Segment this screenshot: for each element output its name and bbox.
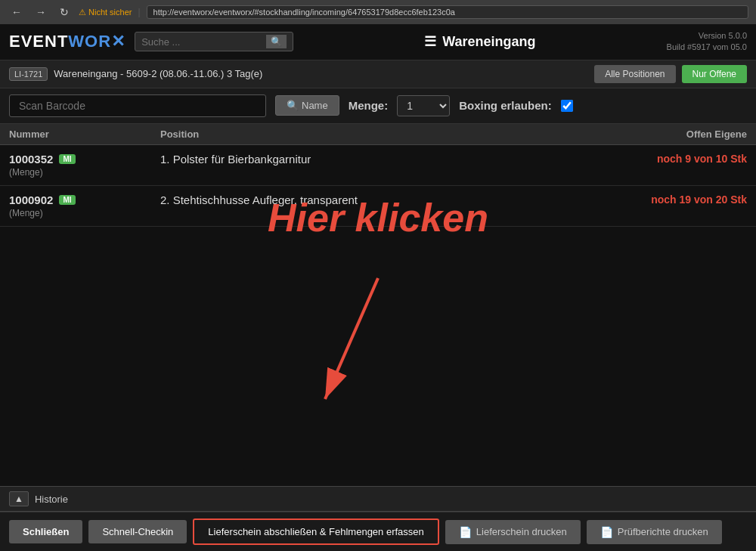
alle-positionen-button[interactable]: Alle Positionen [594,65,675,83]
table-header: Nummer Position Offen Eigene [0,124,756,145]
mi-badge-1: MI [59,154,75,164]
barcode-input[interactable] [9,94,266,117]
svg-line-1 [325,278,378,399]
lieferschein-abschliessen-button[interactable]: Lieferschein abschließen & Fehlmengen er… [193,518,438,545]
forward-button[interactable]: → [32,5,50,20]
breadcrumb-area: LI-1721 Wareneingang - 5609-2 (08.06.-11… [9,67,262,81]
status-text-1: noch 9 von 10 Stk [581,153,747,165]
schnell-checkin-button[interactable]: Schnell-Checkin [88,520,187,543]
version-info: Version 5.0.0 Build #5917 vom 05.0 [667,30,747,54]
col-nummer-header: Nummer [9,128,160,140]
search-input[interactable] [141,36,262,48]
nummer-text-1: 1000352 [9,153,53,166]
address-bar[interactable]: http://eventworx/eventworx/#stockhandlin… [147,5,748,19]
search-box: 🔍 [135,32,293,51]
header-icon: ☰ [424,33,436,50]
table-row[interactable]: 1000902 MI (Menge) 2. Stehtischhusse Auf… [0,186,756,227]
search-icon: 🔍 [287,100,299,111]
back-button[interactable]: ← [8,5,26,20]
pruefberichte-drucken-button[interactable]: 📄 Prüfberichte drucken [587,520,722,544]
menge-sub-2: (Menge) [9,208,160,218]
table-row[interactable]: 1000352 MI (Menge) 1. Polster für Bierba… [0,145,756,186]
doc-icon: 📄 [459,526,472,538]
boxing-label: Boxing erlauben: [459,99,552,112]
menge-sub-1: (Menge) [9,167,160,178]
history-toggle-button[interactable]: ▲ [9,491,29,506]
footer-buttons: Schließen Schnell-Checkin Lieferschein a… [0,512,756,551]
boxing-checkbox[interactable] [561,100,573,112]
schliessen-button[interactable]: Schließen [9,520,82,543]
doc2-icon: 📄 [600,526,613,538]
nummer-text-2: 1000902 [9,193,53,206]
col-status-header: Offen Eigene [581,128,747,140]
header-buttons: Alle Positionen Nur Offene [594,65,747,83]
header-title: ☰ Wareneingang [302,33,657,50]
app-logo: EVENTWOR✕ [9,32,125,51]
main-content: Nummer Position Offen Eigene 1000352 MI … [0,124,756,486]
reload-button[interactable]: ↻ [56,5,73,20]
menge-label: Menge: [349,99,389,112]
cell-nummer-2: 1000902 MI (Menge) [9,193,160,218]
history-label: Historie [35,494,68,505]
menge-select[interactable]: 1 2 5 10 [397,95,450,116]
position-text-1: 1. Polster für Bierbankgarnitur [160,153,581,166]
arrow-icon [302,263,454,414]
app-header: EVENTWOR✕ 🔍 ☰ Wareneingang Version 5.0.0… [0,24,756,60]
li-badge: LI-1721 [9,67,48,81]
name-button[interactable]: 🔍 Name [275,95,339,116]
history-bar: ▲ Historie [0,486,756,512]
security-indicator: ⚠ Nicht sicher [79,8,132,17]
sub-header: LI-1721 Wareneingang - 5609-2 (08.06.-11… [0,60,756,88]
sub-header-title: Wareneingang - 5609-2 (08.06.-11.06.) 3 … [54,68,262,79]
browser-bar: ← → ↻ ⚠ Nicht sicher | http://eventworx/… [0,0,756,24]
mi-badge-2: MI [59,195,75,205]
toolbar-row: 🔍 Name Menge: 1 2 5 10 Boxing erlauben: [0,88,756,124]
nur-offene-button[interactable]: Nur Offene [682,65,747,83]
cell-nummer-1: 1000352 MI (Menge) [9,153,160,178]
status-text-2: noch 19 von 20 Stk [581,193,747,206]
position-text-2: 2. Stehtischhusse Aufleger, transparent [160,193,581,206]
search-button[interactable]: 🔍 [266,35,287,48]
col-position-header: Position [160,128,581,140]
lieferschein-drucken-button[interactable]: 📄 Lieferschein drucken [445,520,581,544]
